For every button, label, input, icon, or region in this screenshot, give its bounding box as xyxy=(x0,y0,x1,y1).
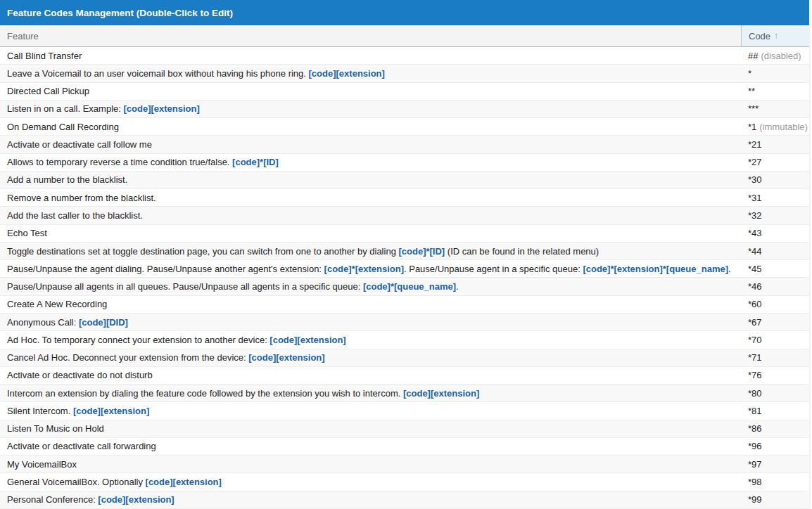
code-cell: *** xyxy=(741,101,809,117)
feature-code-link[interactable]: [code]*[extension] xyxy=(324,264,404,274)
feature-text: Pause/Unpause all agents in all queues. … xyxy=(7,281,363,292)
table-row[interactable]: Remove a number from the blacklist.*31 xyxy=(0,189,809,207)
code-cell: *45 xyxy=(741,260,809,277)
panel-title-bar: Feature Codes Management (Double-Click t… xyxy=(0,0,809,25)
feature-text: Add a number to the blacklist. xyxy=(7,174,127,185)
table-row[interactable]: Intercom an extension by dialing the fea… xyxy=(0,385,809,402)
code-value: *71 xyxy=(748,352,762,363)
code-value: *80 xyxy=(748,388,762,399)
feature-text: My VoicemailBox xyxy=(7,459,77,470)
feature-code-link[interactable]: [code][extension] xyxy=(123,103,199,114)
code-cell: *44 xyxy=(741,243,809,259)
table-row[interactable]: Silent Intercom. [code][extension]*81 xyxy=(0,402,809,420)
table-row[interactable]: Activate or deactivate call follow me*21 xyxy=(0,136,809,153)
feature-code-link[interactable]: [code][DID] xyxy=(79,317,128,328)
feature-text: . Pause/Unpause agent in a specific queu… xyxy=(404,264,583,274)
feature-code-link[interactable]: [code][extension] xyxy=(73,406,149,416)
table-row[interactable]: My VoicemailBox*97 xyxy=(0,456,809,473)
code-cell: *98 xyxy=(741,473,809,490)
code-cell: * xyxy=(741,65,809,82)
table-row[interactable]: Pause/Unpause the agent dialing. Pause/U… xyxy=(0,260,809,278)
feature-text: Call Blind Transfer xyxy=(7,51,82,61)
table-row[interactable]: Echo Test*43 xyxy=(0,225,809,243)
feature-code-link[interactable]: [code][extension] xyxy=(269,335,345,345)
code-value: *46 xyxy=(748,281,762,292)
code-value: ** xyxy=(748,86,755,96)
table-row[interactable]: Add the last caller to the blacklist.*32 xyxy=(0,207,809,224)
table-row[interactable]: Cancel Ad Hoc. Deconnect your extension … xyxy=(0,349,809,367)
code-value: *31 xyxy=(748,193,762,203)
feature-codes-table-body: Call Blind Transfer##(disabled)Leave a V… xyxy=(0,47,809,509)
feature-cell: Activate or deactivate call forwarding xyxy=(0,438,741,455)
feature-code-link[interactable]: [code]*[extension]*[queue_name] xyxy=(583,264,728,274)
feature-code-link[interactable]: [code][extension] xyxy=(248,352,324,363)
code-cell: *31 xyxy=(741,189,809,206)
code-value: *76 xyxy=(748,370,762,380)
feature-code-link[interactable]: [code][extension] xyxy=(98,494,174,505)
feature-cell: Cancel Ad Hoc. Deconnect your extension … xyxy=(0,349,741,366)
feature-text: Echo Test xyxy=(7,228,47,238)
code-cell: *1(immutable) xyxy=(741,118,809,135)
feature-text: Remove a number from the blacklist. xyxy=(7,193,156,203)
feature-cell: Add the last caller to the blacklist. xyxy=(0,207,741,224)
feature-text: Listen To Music on Hold xyxy=(7,423,104,434)
feature-text: Pause/Unpause the agent dialing. Pause/U… xyxy=(7,264,324,274)
feature-text: Create A New Recording xyxy=(7,299,107,309)
feature-text: Personal Conference: xyxy=(7,494,98,505)
table-row[interactable]: Toggle destinations set at toggle destin… xyxy=(0,243,809,260)
table-row[interactable]: Listen To Music on Hold*86 xyxy=(0,420,809,438)
code-value: *67 xyxy=(748,317,762,328)
table-row[interactable]: Allows to temporary reverse a time condi… xyxy=(0,154,809,172)
table-row[interactable]: Anonymous Call: [code][DID]*67 xyxy=(0,314,809,331)
code-value: ## xyxy=(748,51,758,61)
code-value: *60 xyxy=(748,299,762,309)
code-cell: *86 xyxy=(741,420,809,437)
table-row[interactable]: Personal Conference: [code][extension]*9… xyxy=(0,491,809,509)
feature-cell: Listen in on a call. Example: [code][ext… xyxy=(0,101,741,117)
table-row[interactable]: Listen in on a call. Example: [code][ext… xyxy=(0,101,809,118)
code-cell: *97 xyxy=(741,456,809,472)
feature-cell: Remove a number from the blacklist. xyxy=(0,189,741,206)
column-header-feature[interactable]: Feature xyxy=(0,25,741,46)
table-row[interactable]: Directed Call Pickup** xyxy=(0,83,809,101)
code-value: *99 xyxy=(748,494,762,505)
feature-cell: Call Blind Transfer xyxy=(0,47,741,64)
code-cell: *60 xyxy=(741,296,809,313)
code-value: *98 xyxy=(748,477,762,487)
feature-code-link[interactable]: [code][extension] xyxy=(403,388,479,399)
feature-cell: Pause/Unpause all agents in all queues. … xyxy=(0,278,741,295)
code-value: * xyxy=(748,68,751,79)
table-row[interactable]: General VoicemailBox. Optionally [code][… xyxy=(0,473,809,491)
table-row[interactable]: Ad Hoc. To temporary connect your extens… xyxy=(0,331,809,349)
code-cell: ##(disabled) xyxy=(741,47,809,64)
code-value: *1 xyxy=(748,122,756,132)
table-row[interactable]: Add a number to the blacklist.*30 xyxy=(0,172,809,189)
feature-text: Directed Call Pickup xyxy=(7,86,89,96)
table-row[interactable]: Create A New Recording*60 xyxy=(0,296,809,314)
code-cell: *46 xyxy=(741,278,809,295)
code-status-note: (disabled) xyxy=(761,51,801,61)
feature-code-link[interactable]: [code][extension] xyxy=(146,477,222,487)
feature-cell: Activate or deactivate call follow me xyxy=(0,136,741,153)
feature-text: Leave a Voicemail to an user voicemail b… xyxy=(7,68,309,79)
column-header-code[interactable]: Code ↑ xyxy=(741,25,809,46)
table-row[interactable]: Leave a Voicemail to an user voicemail b… xyxy=(0,65,809,82)
sort-ascending-icon: ↑ xyxy=(774,31,778,41)
feature-code-link[interactable]: [code][extension] xyxy=(309,68,385,79)
code-cell: *99 xyxy=(741,491,809,508)
table-row[interactable]: Activate or deactivate call forwarding*9… xyxy=(0,438,809,456)
feature-cell: Activate or deactivate do not disturb xyxy=(0,367,741,384)
feature-code-link[interactable]: [code]*[ID] xyxy=(398,246,445,257)
feature-code-link[interactable]: [code]*[queue_name] xyxy=(363,281,456,292)
feature-code-link[interactable]: [code]*[ID] xyxy=(232,157,279,167)
feature-text: (ID can be found in the related menu) xyxy=(445,246,599,257)
table-row[interactable]: Pause/Unpause all agents in all queues. … xyxy=(0,278,809,295)
code-cell: *76 xyxy=(741,367,809,384)
code-cell: *71 xyxy=(741,349,809,366)
code-value: *21 xyxy=(748,139,762,150)
code-cell: *32 xyxy=(741,207,809,224)
table-row[interactable]: Activate or deactivate do not disturb*76 xyxy=(0,367,809,385)
table-row[interactable]: Call Blind Transfer##(disabled) xyxy=(0,47,809,65)
code-cell: ** xyxy=(741,83,809,100)
table-row[interactable]: On Demand Call Recording*1(immutable) xyxy=(0,118,809,136)
